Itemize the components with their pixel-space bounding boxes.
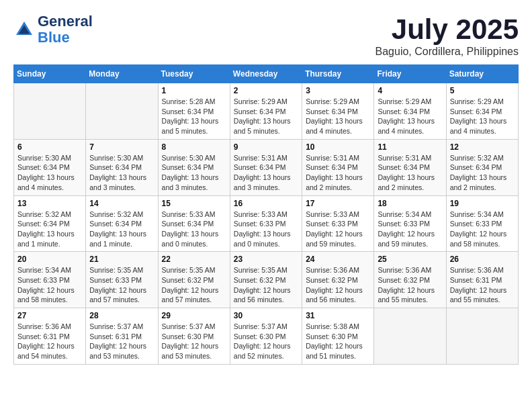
logo-text: General Blue: [38, 13, 93, 46]
day-info: Sunrise: 5:35 AMSunset: 6:32 PMDaylight:…: [234, 265, 298, 305]
calendar-day-cell: [446, 308, 518, 365]
calendar-day-cell: [86, 83, 158, 140]
day-info: Sunrise: 5:30 AMSunset: 6:34 PMDaylight:…: [17, 153, 82, 193]
day-number: 6: [17, 142, 82, 152]
day-number: 19: [450, 199, 515, 208]
day-number: 10: [306, 142, 370, 152]
logo-icon: [13, 19, 35, 40]
calendar-header-row: SundayMondayTuesdayWednesdayThursdayFrid…: [14, 65, 519, 83]
day-number: 1: [162, 86, 226, 95]
weekday-header: Thursday: [302, 65, 374, 83]
calendar-day-cell: 26Sunrise: 5:36 AMSunset: 6:31 PMDayligh…: [446, 252, 518, 308]
day-number: 24: [306, 255, 370, 264]
day-number: 12: [450, 142, 515, 152]
day-info: Sunrise: 5:36 AMSunset: 6:32 PMDaylight:…: [378, 265, 442, 305]
day-number: 28: [89, 311, 154, 320]
calendar-week-row: 6Sunrise: 5:30 AMSunset: 6:34 PMDaylight…: [14, 139, 519, 195]
calendar-day-cell: 29Sunrise: 5:37 AMSunset: 6:30 PMDayligh…: [158, 308, 230, 365]
day-info: Sunrise: 5:34 AMSunset: 6:33 PMDaylight:…: [450, 210, 515, 249]
day-info: Sunrise: 5:31 AMSunset: 6:34 PMDaylight:…: [306, 153, 370, 193]
calendar-day-cell: 1Sunrise: 5:28 AMSunset: 6:34 PMDaylight…: [158, 83, 230, 140]
weekday-header: Tuesday: [158, 65, 230, 83]
day-info: Sunrise: 5:37 AMSunset: 6:30 PMDaylight:…: [234, 322, 298, 361]
calendar-day-cell: 16Sunrise: 5:33 AMSunset: 6:33 PMDayligh…: [230, 195, 302, 252]
day-number: 7: [89, 142, 154, 152]
calendar-day-cell: 30Sunrise: 5:37 AMSunset: 6:30 PMDayligh…: [230, 308, 302, 365]
day-info: Sunrise: 5:36 AMSunset: 6:32 PMDaylight:…: [306, 265, 370, 305]
month-title: July 2025: [375, 13, 519, 46]
day-number: 31: [306, 311, 370, 320]
calendar-day-cell: 10Sunrise: 5:31 AMSunset: 6:34 PMDayligh…: [302, 139, 374, 195]
day-number: 3: [306, 86, 370, 95]
location-title: Baguio, Cordillera, Philippines: [375, 46, 519, 58]
day-info: Sunrise: 5:29 AMSunset: 6:34 PMDaylight:…: [378, 97, 442, 136]
calendar-day-cell: 22Sunrise: 5:35 AMSunset: 6:32 PMDayligh…: [158, 252, 230, 308]
calendar-day-cell: 14Sunrise: 5:32 AMSunset: 6:34 PMDayligh…: [86, 195, 158, 252]
day-number: 23: [234, 255, 298, 264]
calendar-day-cell: 2Sunrise: 5:29 AMSunset: 6:34 PMDaylight…: [230, 83, 302, 140]
day-number: 17: [306, 199, 370, 208]
day-number: 20: [17, 255, 82, 264]
day-info: Sunrise: 5:34 AMSunset: 6:33 PMDaylight:…: [17, 265, 82, 305]
day-info: Sunrise: 5:34 AMSunset: 6:33 PMDaylight:…: [378, 210, 442, 249]
logo: General Blue: [13, 13, 93, 46]
day-number: 30: [234, 311, 298, 320]
day-number: 27: [17, 311, 82, 320]
day-number: 25: [378, 255, 442, 264]
day-number: 18: [378, 199, 442, 208]
day-number: 26: [450, 255, 515, 264]
day-info: Sunrise: 5:35 AMSunset: 6:32 PMDaylight:…: [162, 265, 226, 305]
calendar-day-cell: 28Sunrise: 5:37 AMSunset: 6:31 PMDayligh…: [86, 308, 158, 365]
day-number: 22: [162, 255, 226, 264]
day-info: Sunrise: 5:31 AMSunset: 6:34 PMDaylight:…: [378, 153, 442, 193]
day-info: Sunrise: 5:29 AMSunset: 6:34 PMDaylight:…: [450, 97, 515, 136]
day-info: Sunrise: 5:32 AMSunset: 6:34 PMDaylight:…: [89, 210, 154, 249]
calendar-day-cell: 21Sunrise: 5:35 AMSunset: 6:33 PMDayligh…: [86, 252, 158, 308]
day-number: 11: [378, 142, 442, 152]
day-number: 16: [234, 199, 298, 208]
calendar-day-cell: 9Sunrise: 5:31 AMSunset: 6:34 PMDaylight…: [230, 139, 302, 195]
day-info: Sunrise: 5:36 AMSunset: 6:31 PMDaylight:…: [17, 322, 82, 361]
title-block: July 2025 Baguio, Cordillera, Philippine…: [375, 13, 519, 58]
calendar-day-cell: 19Sunrise: 5:34 AMSunset: 6:33 PMDayligh…: [446, 195, 518, 252]
day-info: Sunrise: 5:35 AMSunset: 6:33 PMDaylight:…: [89, 265, 154, 305]
calendar-week-row: 13Sunrise: 5:32 AMSunset: 6:34 PMDayligh…: [14, 195, 519, 252]
calendar-day-cell: 3Sunrise: 5:29 AMSunset: 6:34 PMDaylight…: [302, 83, 374, 140]
calendar-day-cell: [14, 83, 86, 140]
day-info: Sunrise: 5:32 AMSunset: 6:34 PMDaylight:…: [450, 153, 515, 193]
calendar-day-cell: 23Sunrise: 5:35 AMSunset: 6:32 PMDayligh…: [230, 252, 302, 308]
day-info: Sunrise: 5:32 AMSunset: 6:34 PMDaylight:…: [17, 210, 82, 249]
weekday-header: Saturday: [446, 65, 518, 83]
day-number: 5: [450, 86, 515, 95]
calendar-day-cell: 12Sunrise: 5:32 AMSunset: 6:34 PMDayligh…: [446, 139, 518, 195]
day-number: 4: [378, 86, 442, 95]
calendar-day-cell: 11Sunrise: 5:31 AMSunset: 6:34 PMDayligh…: [374, 139, 446, 195]
calendar-day-cell: 31Sunrise: 5:38 AMSunset: 6:30 PMDayligh…: [302, 308, 374, 365]
weekday-header: Wednesday: [230, 65, 302, 83]
day-info: Sunrise: 5:30 AMSunset: 6:34 PMDaylight:…: [162, 153, 226, 193]
day-number: 15: [162, 199, 226, 208]
calendar-day-cell: 27Sunrise: 5:36 AMSunset: 6:31 PMDayligh…: [14, 308, 86, 365]
calendar-day-cell: 4Sunrise: 5:29 AMSunset: 6:34 PMDaylight…: [374, 83, 446, 140]
day-info: Sunrise: 5:37 AMSunset: 6:30 PMDaylight:…: [162, 322, 226, 361]
calendar-day-cell: 15Sunrise: 5:33 AMSunset: 6:34 PMDayligh…: [158, 195, 230, 252]
day-info: Sunrise: 5:29 AMSunset: 6:34 PMDaylight:…: [306, 97, 370, 136]
day-info: Sunrise: 5:33 AMSunset: 6:33 PMDaylight:…: [306, 210, 370, 249]
calendar-day-cell: 13Sunrise: 5:32 AMSunset: 6:34 PMDayligh…: [14, 195, 86, 252]
day-number: 29: [162, 311, 226, 320]
day-number: 14: [89, 199, 154, 208]
calendar-day-cell: 5Sunrise: 5:29 AMSunset: 6:34 PMDaylight…: [446, 83, 518, 140]
day-number: 8: [162, 142, 226, 152]
day-info: Sunrise: 5:33 AMSunset: 6:33 PMDaylight:…: [234, 210, 298, 249]
day-number: 2: [234, 86, 298, 95]
day-info: Sunrise: 5:33 AMSunset: 6:34 PMDaylight:…: [162, 210, 226, 249]
day-info: Sunrise: 5:36 AMSunset: 6:31 PMDaylight:…: [450, 265, 515, 305]
calendar-week-row: 20Sunrise: 5:34 AMSunset: 6:33 PMDayligh…: [14, 252, 519, 308]
weekday-header: Monday: [86, 65, 158, 83]
day-info: Sunrise: 5:28 AMSunset: 6:34 PMDaylight:…: [162, 97, 226, 136]
calendar-day-cell: 25Sunrise: 5:36 AMSunset: 6:32 PMDayligh…: [374, 252, 446, 308]
calendar-day-cell: 17Sunrise: 5:33 AMSunset: 6:33 PMDayligh…: [302, 195, 374, 252]
calendar-week-row: 1Sunrise: 5:28 AMSunset: 6:34 PMDaylight…: [14, 83, 519, 140]
day-info: Sunrise: 5:30 AMSunset: 6:34 PMDaylight:…: [89, 153, 154, 193]
calendar-day-cell: 6Sunrise: 5:30 AMSunset: 6:34 PMDaylight…: [14, 139, 86, 195]
